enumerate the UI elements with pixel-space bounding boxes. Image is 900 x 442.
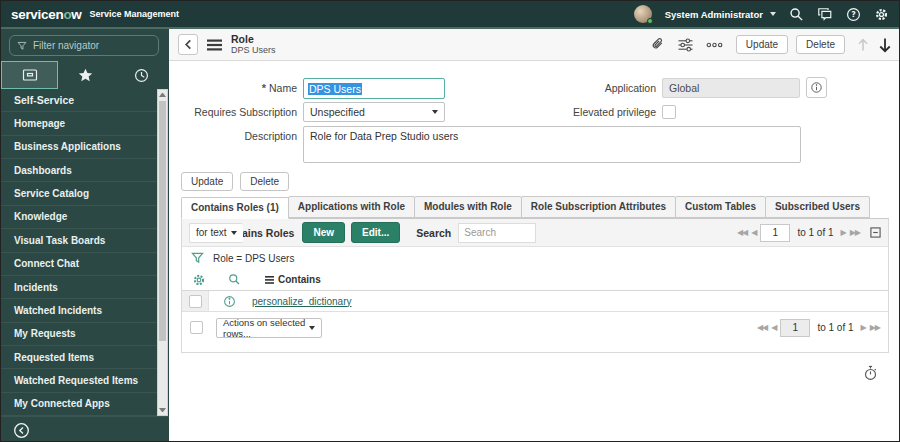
filter-navigator-input[interactable] xyxy=(33,40,151,51)
menu-item-watched-requested-items[interactable]: Watched Requested Items xyxy=(1,369,157,392)
previous-page-icon[interactable]: ◀ xyxy=(751,229,756,237)
navigator-tabs xyxy=(1,61,169,89)
scrollbar-thumb[interactable] xyxy=(159,101,166,341)
edit-button[interactable]: Edit... xyxy=(351,222,400,243)
filter-icon[interactable] xyxy=(191,252,204,264)
name-input[interactable]: DPS Users xyxy=(303,78,445,99)
menu-item-homepage[interactable]: Homepage xyxy=(1,112,157,135)
requires-subscription-select[interactable]: Unspecified xyxy=(303,102,445,122)
tab-history[interactable] xyxy=(114,61,169,89)
collapse-sidebar-button[interactable] xyxy=(13,422,30,439)
filter-breadcrumb-text[interactable]: Role = DPS Users xyxy=(213,253,294,264)
delete-button-bottom[interactable]: Delete xyxy=(240,172,289,191)
first-page-icon[interactable]: ◀◀ xyxy=(737,229,747,237)
search-mode-select[interactable]: for text xyxy=(189,223,243,243)
list-pager-bottom: ◀◀ ◀ 1 to 1 of 1 ▶ ▶▶ xyxy=(757,319,880,337)
description-textarea[interactable]: Role for Data Prep Studio users xyxy=(303,126,801,163)
tab-contains-roles[interactable]: Contains Roles (1) xyxy=(181,197,289,219)
actions-select[interactable]: Actions on selected rows... xyxy=(216,318,322,338)
column-menu-icon[interactable] xyxy=(265,276,274,284)
record-link[interactable]: personalize_dictionary xyxy=(252,296,352,307)
row-info-icon[interactable] xyxy=(223,295,236,308)
global-search-icon[interactable] xyxy=(789,7,804,22)
personalize-form-sliders-icon[interactable] xyxy=(678,38,693,52)
select-all-checkbox[interactable] xyxy=(190,321,203,334)
attachment-paperclip-icon[interactable] xyxy=(650,37,665,52)
last-page-icon[interactable]: ▶▶ xyxy=(870,324,880,332)
menu-item-dashboards[interactable]: Dashboards xyxy=(1,159,157,182)
elevated-privilege-checkbox[interactable] xyxy=(662,105,676,119)
next-page-icon[interactable]: ▶ xyxy=(861,324,866,332)
scrollbar-down-icon[interactable] xyxy=(159,408,166,412)
contains-roles-list: Contains Roles New Edit... Search for te… xyxy=(181,219,889,353)
tab-subscribed-users[interactable]: Subscribed Users xyxy=(765,196,870,218)
next-record-arrow-icon[interactable] xyxy=(878,37,892,53)
tab-role-subscription-attributes[interactable]: Role Subscription Attributes xyxy=(521,196,676,218)
first-page-icon[interactable]: ◀◀ xyxy=(757,324,767,332)
applications-icon xyxy=(22,68,38,82)
tab-modules-with-role[interactable]: Modules with Role xyxy=(414,196,522,218)
application-menu: Self-Service Homepage Business Applicati… xyxy=(1,89,157,416)
form-context-menu-icon[interactable] xyxy=(207,39,222,51)
filter-navigator[interactable] xyxy=(9,35,159,56)
last-page-icon[interactable]: ▶▶ xyxy=(850,229,860,237)
connect-chat-icon[interactable] xyxy=(817,7,833,22)
tab-applications-with-role[interactable]: Applications with Role xyxy=(288,196,415,218)
menu-item-business-applications[interactable]: Business Applications xyxy=(1,136,157,159)
delete-button[interactable]: Delete xyxy=(796,35,845,54)
previous-record-arrow-icon[interactable] xyxy=(857,38,869,52)
more-options-icon[interactable] xyxy=(706,41,723,49)
page-range-label: to 1 of 1 xyxy=(817,322,853,333)
list-personalize-gear-icon[interactable] xyxy=(192,273,206,287)
select-caret-icon xyxy=(432,110,438,114)
search-mode-caret-icon xyxy=(231,231,237,235)
back-button[interactable] xyxy=(178,34,198,55)
user-menu[interactable]: System Administrator xyxy=(665,9,763,20)
menu-section-self-service[interactable]: Self-Service xyxy=(1,89,157,112)
menu-item-my-requests[interactable]: My Requests xyxy=(1,323,157,346)
minimize-list-icon[interactable] xyxy=(870,227,881,238)
response-time-stopwatch-icon[interactable] xyxy=(863,365,878,381)
row-checkbox[interactable] xyxy=(189,295,202,308)
sidebar-scrollbar[interactable] xyxy=(157,89,168,416)
new-button[interactable]: New xyxy=(302,222,345,243)
table-row: personalize_dictionary xyxy=(182,291,888,312)
user-avatar[interactable] xyxy=(634,5,652,23)
application-input: Global xyxy=(662,78,800,98)
list-search-icon[interactable] xyxy=(228,273,241,286)
column-header-contains[interactable]: Contains xyxy=(265,274,321,285)
menu-item-connect-chat[interactable]: Connect Chat xyxy=(1,253,157,276)
actions-caret-icon xyxy=(309,326,315,330)
tab-favorites[interactable] xyxy=(58,61,113,89)
top-banner: servicenow Service Management System Adm… xyxy=(1,1,900,29)
menu-item-my-connected-apps[interactable]: My Connected Apps xyxy=(1,393,157,416)
servicenow-window: servicenow Service Management System Adm… xyxy=(0,0,900,442)
application-label: Application xyxy=(529,78,656,98)
tab-all-applications[interactable] xyxy=(1,61,58,89)
tab-custom-tables[interactable]: Custom Tables xyxy=(675,196,766,218)
page-number-input[interactable]: 1 xyxy=(760,224,790,242)
scrollbar-up-icon[interactable] xyxy=(159,93,166,97)
filter-funnel-icon xyxy=(17,41,27,51)
mandatory-indicator: * xyxy=(262,82,266,94)
menu-item-service-catalog[interactable]: Service Catalog xyxy=(1,182,157,205)
previous-page-icon[interactable]: ◀ xyxy=(771,324,776,332)
page-number-input[interactable]: 1 xyxy=(780,319,810,337)
menu-item-requested-items[interactable]: Requested Items xyxy=(1,346,157,369)
menu-item-incidents[interactable]: Incidents xyxy=(1,276,157,299)
settings-gear-icon[interactable] xyxy=(874,7,889,22)
search-label: Search xyxy=(416,227,451,239)
menu-item-visual-task-boards[interactable]: Visual Task Boards xyxy=(1,229,157,252)
application-info-button[interactable] xyxy=(806,77,827,98)
menu-item-knowledge[interactable]: Knowledge xyxy=(1,206,157,229)
list-search-input[interactable] xyxy=(458,223,536,243)
update-button-bottom[interactable]: Update xyxy=(181,172,233,191)
update-button[interactable]: Update xyxy=(736,35,788,54)
menu-item-watched-incidents[interactable]: Watched Incidents xyxy=(1,299,157,322)
next-page-icon[interactable]: ▶ xyxy=(841,229,846,237)
product-title: Service Management xyxy=(90,9,180,19)
requires-subscription-value: Unspecified xyxy=(310,106,365,118)
user-menu-caret-icon[interactable] xyxy=(770,12,776,16)
help-icon[interactable]: ? xyxy=(846,7,861,22)
requires-subscription-label: Requires Subscription xyxy=(169,102,297,122)
